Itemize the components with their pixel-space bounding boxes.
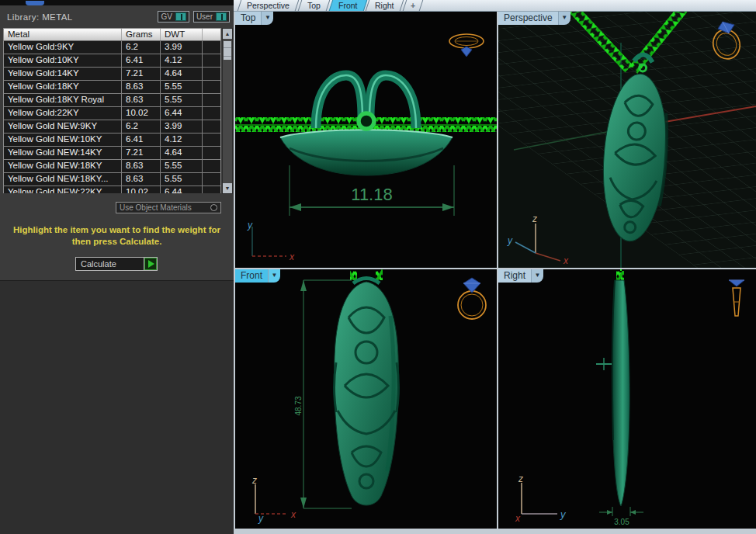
- user-toggle-button[interactable]: User: [193, 11, 230, 23]
- viewport-chip-perspective[interactable]: Perspective ▼: [498, 12, 570, 25]
- table-row[interactable]: Yellow Gold:10KY6.414.12: [4, 54, 220, 68]
- table-cell: Yellow Gold:18KY: [4, 81, 122, 93]
- svg-text:z: z: [251, 477, 257, 486]
- use-object-materials-checkbox[interactable]: Use Object Materials: [116, 202, 221, 213]
- scroll-up-icon[interactable]: ▲: [223, 29, 232, 39]
- table-cell: 8.63: [122, 173, 161, 186]
- table-cell: 5.55: [161, 173, 203, 186]
- table-cell: 6.44: [161, 107, 203, 120]
- table-cell-filler: [203, 94, 220, 106]
- table-cell: 3.99: [161, 41, 203, 54]
- svg-text:x: x: [563, 255, 569, 264]
- calculate-go-arrow-icon: [144, 258, 157, 270]
- table-cell: Yellow Gold NEW:22KY: [4, 186, 122, 193]
- table-cell: Yellow Gold NEW:18KY: [4, 160, 122, 172]
- svg-text:y: y: [507, 235, 513, 246]
- column-header-grams[interactable]: Grams: [122, 29, 161, 40]
- table-row[interactable]: Yellow Gold:18KY Royal8.635.55: [4, 94, 220, 107]
- viewport-front[interactable]: 48.73 Front ▼ z y x: [235, 269, 497, 529]
- table-cell: 6.2: [122, 120, 161, 133]
- table-row[interactable]: Yellow Gold NEW:18KY8.635.55: [4, 160, 220, 173]
- table-cell: Yellow Gold:18KY Royal: [4, 94, 122, 106]
- chevron-down-icon[interactable]: ▼: [261, 12, 273, 25]
- table-row[interactable]: Yellow Gold NEW:14KY7.214.64: [4, 147, 220, 160]
- dimension-label-height: 48.73: [294, 396, 303, 415]
- tab-right[interactable]: Right: [366, 0, 404, 11]
- table-cell: 6.41: [122, 134, 161, 146]
- tab-top[interactable]: Top: [298, 0, 330, 11]
- table-cell: 4.64: [161, 68, 203, 80]
- table-cell-filler: [203, 68, 220, 80]
- tab-add-viewport[interactable]: +: [403, 0, 424, 11]
- table-row[interactable]: Yellow Gold:18KY8.635.55: [4, 81, 220, 94]
- viewport-right[interactable]: 3.05 Right ▼ z y x: [498, 269, 756, 529]
- table-cell: Yellow Gold NEW:10KY: [4, 134, 122, 146]
- table-cell-filler: [203, 160, 220, 172]
- viewport-chip-right[interactable]: Right ▼: [498, 269, 543, 283]
- viewport-top[interactable]: 11.18 Top ▼ y x: [235, 12, 497, 268]
- table-cell: 8.63: [122, 94, 161, 106]
- table-cell: 5.55: [161, 94, 203, 106]
- svg-text:x: x: [290, 509, 297, 520]
- table-row[interactable]: Yellow Gold NEW:9KY6.23.99: [4, 120, 220, 134]
- table-cell-filler: [203, 107, 220, 120]
- viewport-area: Perspective Top Front Right + 11.18: [234, 0, 756, 534]
- viewport-chip-front[interactable]: Front ▼: [235, 269, 280, 283]
- axis-indicator-front: z y x: [241, 477, 311, 525]
- ring-orientation-top-icon: [446, 30, 487, 61]
- chevron-down-icon[interactable]: ▼: [531, 269, 543, 283]
- axis-indicator-top: y x: [241, 219, 303, 264]
- table-cell: 5.55: [161, 81, 203, 93]
- library-header: Library: METAL GV User: [0, 5, 234, 27]
- column-header-filler: [203, 29, 220, 40]
- column-header-dwt[interactable]: DWT: [161, 29, 203, 40]
- svg-text:z: z: [532, 213, 537, 224]
- metal-table-header: Metal Grams DWT: [3, 28, 221, 41]
- scrollbar-thumb[interactable]: [224, 41, 231, 60]
- table-cell: 6.2: [122, 41, 161, 54]
- table-cell-filler: [203, 173, 220, 186]
- table-row[interactable]: Yellow Gold NEW:18KY...8.635.55: [4, 173, 220, 186]
- scrollbar-track[interactable]: [223, 39, 232, 183]
- ring-orientation-perspective-icon: [703, 18, 750, 63]
- table-row[interactable]: Yellow Gold:22KY10.026.44: [4, 107, 220, 120]
- svg-text:z: z: [518, 473, 523, 484]
- table-cell: 8.63: [122, 160, 161, 172]
- table-scrollbar[interactable]: ▲ ▼: [222, 28, 233, 194]
- table-cell: Yellow Gold:10KY: [4, 54, 122, 67]
- table-cell: 5.55: [161, 160, 203, 172]
- metal-table-body: Yellow Gold:9KY6.23.99Yellow Gold:10KY6.…: [3, 41, 221, 193]
- calculate-button[interactable]: Calculate: [75, 257, 158, 271]
- table-row[interactable]: Yellow Gold NEW:22KY10.026.44: [4, 186, 220, 193]
- axis-indicator-perspective: z y x: [505, 213, 574, 264]
- column-header-metal[interactable]: Metal: [4, 29, 122, 40]
- tab-front[interactable]: Front: [329, 0, 367, 11]
- table-cell: 6.41: [122, 54, 161, 67]
- table-row[interactable]: Yellow Gold:14KY7.214.64: [4, 68, 220, 81]
- table-row[interactable]: Yellow Gold NEW:10KY6.414.12: [4, 134, 220, 147]
- tab-perspective[interactable]: Perspective: [238, 0, 299, 11]
- svg-text:y: y: [560, 508, 567, 520]
- gv-toggle-indicator-icon: [175, 12, 186, 21]
- metal-table: Metal Grams DWT Yellow Gold:9KY6.23.99Ye…: [3, 28, 233, 193]
- table-cell: Yellow Gold NEW:18KY...: [4, 173, 122, 186]
- chevron-down-icon[interactable]: ▼: [268, 269, 280, 283]
- viewport-chip-top[interactable]: Top ▼: [235, 12, 273, 25]
- table-cell-filler: [203, 186, 220, 193]
- table-cell-filler: [203, 81, 220, 93]
- table-cell: 8.63: [122, 81, 161, 93]
- table-cell: Yellow Gold:9KY: [4, 41, 122, 54]
- table-cell: 7.21: [122, 68, 161, 80]
- chevron-down-icon[interactable]: ▼: [558, 12, 570, 25]
- table-cell: 4.12: [161, 134, 203, 146]
- svg-text:x: x: [515, 513, 521, 524]
- scroll-down-icon[interactable]: ▼: [223, 183, 232, 193]
- table-row[interactable]: Yellow Gold:9KY6.23.99: [4, 41, 220, 54]
- window-edge-fragment-icon: [26, 1, 44, 5]
- gv-toggle-button[interactable]: GV: [158, 11, 189, 23]
- table-cell: 4.12: [161, 54, 203, 67]
- library-panel: Library: METAL GV User Metal Grams DWT Y…: [0, 0, 234, 534]
- table-cell: Yellow Gold:22KY: [4, 107, 122, 120]
- viewport-perspective[interactable]: Perspective ▼ z y x: [498, 12, 756, 268]
- window-edge: [0, 0, 234, 5]
